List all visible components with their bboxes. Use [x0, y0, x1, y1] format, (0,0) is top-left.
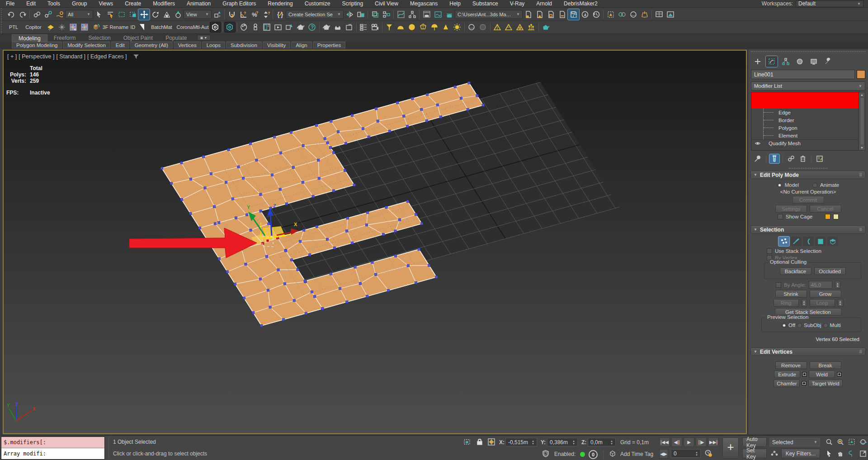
wedge-icon[interactable]: [136, 22, 147, 33]
umbrella-light-icon[interactable]: [429, 22, 440, 33]
coronamtl-label[interactable]: CoronaMtl-Aut: [176, 24, 210, 30]
sphere-dark-icon[interactable]: [477, 22, 489, 33]
ribbon-tab-modeling[interactable]: Modeling: [12, 34, 47, 42]
bind-spacewarp-icon[interactable]: [54, 9, 65, 20]
extrude-button[interactable]: Extrude: [774, 370, 800, 378]
menu-file[interactable]: File: [0, 0, 20, 8]
help-icon[interactable]: ?: [307, 22, 318, 33]
dd-all[interactable]: All▼: [65, 10, 93, 19]
copitor-button[interactable]: Copitor: [22, 23, 45, 32]
id-label[interactable]: ID: [129, 24, 136, 30]
weld-settings-button[interactable]: [836, 371, 842, 377]
key-filters-button[interactable]: Key Filters...: [781, 449, 820, 458]
zero-badge[interactable]: 0: [589, 450, 598, 459]
select-object-icon[interactable]: [93, 9, 104, 20]
ribbon-group-edit[interactable]: Edit: [111, 42, 129, 48]
percent-snap-icon[interactable]: %?: [249, 9, 260, 20]
angle-snap-icon[interactable]: ?: [237, 9, 249, 20]
undo-icon[interactable]: [5, 9, 17, 20]
ribbon-group-vertices[interactable]: Vertices: [174, 42, 201, 48]
lister-icon[interactable]: [358, 22, 369, 33]
menu-edit[interactable]: Edit: [20, 0, 42, 8]
material-editor-icon[interactable]: [239, 22, 250, 33]
auto-key-button[interactable]: Auto Key: [742, 437, 767, 447]
panel-grip[interactable]: [751, 51, 865, 53]
scene-open-icon[interactable]: [534, 9, 545, 20]
playback-play-button[interactable]: ▶: [684, 437, 694, 447]
toolbar-grip[interactable]: [1, 21, 4, 33]
stack-item-edge[interactable]: Edge: [751, 109, 859, 116]
playblast-icon[interactable]: [273, 22, 284, 33]
use-stack-selection-checkbox[interactable]: [767, 248, 772, 254]
backface-button[interactable]: Backface: [780, 267, 811, 275]
listener-script-line[interactable]: Array modifi:: [1, 448, 104, 459]
checker-plane-icon[interactable]: [45, 22, 57, 33]
dome-light-icon[interactable]: [395, 22, 406, 33]
viewport-label-pom[interactable]: [ + ]: [7, 53, 17, 62]
teapot-util-icon[interactable]: [295, 22, 307, 33]
perspective-viewport[interactable]: YZX [ + ][ Perspective ][ Standard ][ Ed…: [3, 50, 747, 434]
menu-graph-editors[interactable]: Graph Editors: [217, 0, 262, 8]
y-coordinate-field[interactable]: 0,386m▲▼: [547, 438, 578, 446]
geodesic-light-icon[interactable]: [418, 22, 429, 33]
texture-dots-icon[interactable]: c: [68, 22, 79, 33]
ribbon-group-modify-selection[interactable]: Modify Selection: [63, 42, 110, 48]
ring-spinner[interactable]: ▲▼: [802, 299, 807, 307]
current-time-field[interactable]: 0▲▼: [671, 449, 701, 458]
ribbon-tab-freeform[interactable]: Freeform: [47, 34, 82, 42]
ribbon-group-subdivision[interactable]: Subdivision: [226, 42, 262, 48]
chamfer-button[interactable]: Chamfer: [774, 379, 800, 387]
viewport-filter-icon[interactable]: [132, 53, 140, 62]
loop-spinner[interactable]: ▲▼: [838, 299, 843, 307]
render-setup-icon[interactable]: [421, 9, 432, 20]
hierarchy-tab[interactable]: [780, 56, 792, 67]
viewport-label-view[interactable]: [ Perspective ]: [19, 53, 54, 62]
model-radio[interactable]: [777, 183, 782, 188]
ribbon-group-properties[interactable]: Properties: [313, 42, 345, 48]
select-link-icon[interactable]: [31, 9, 42, 20]
sphere-gray-icon[interactable]: [466, 22, 477, 33]
playback-start-button[interactable]: |◀◀: [659, 437, 670, 447]
viewport-config-icon[interactable]: [653, 9, 665, 20]
x-coordinate-field[interactable]: -0,515m▲▼: [505, 438, 537, 446]
object-color-swatch[interactable]: [857, 70, 865, 79]
ribbon-tab-populate[interactable]: Populate: [159, 34, 193, 42]
menu-help[interactable]: Help: [443, 0, 467, 8]
modify-tab[interactable]: [766, 56, 778, 67]
panel-divider[interactable]: [789, 168, 827, 169]
configure-modifier-sets-icon[interactable]: [815, 154, 825, 163]
by-angle-checkbox[interactable]: [776, 282, 781, 288]
render-icon[interactable]: [443, 9, 455, 20]
layout-icon[interactable]: [665, 9, 676, 20]
stack-item-quadify-mesh[interactable]: Quadify Mesh: [751, 139, 859, 147]
make-unique-icon[interactable]: [786, 154, 796, 163]
modifier-list-dropdown[interactable]: Modifier List ▼: [751, 81, 865, 90]
pin-stack-icon[interactable]: [753, 154, 763, 163]
align-icon[interactable]: [355, 9, 366, 20]
absolute-mode-icon[interactable]: [486, 437, 496, 446]
scene-3d-mesh[interactable]: YZX: [4, 51, 746, 433]
ribbon-group-geometry-all-[interactable]: Geometry (All): [130, 42, 173, 48]
show-end-result-icon[interactable]: [769, 154, 779, 163]
commit-button[interactable]: Commit: [793, 196, 824, 204]
cancel-button[interactable]: Cancel: [810, 205, 841, 213]
render-box-icon[interactable]: [344, 22, 355, 33]
toolbar-grip[interactable]: [1, 8, 4, 20]
remove-modifier-icon[interactable]: [798, 154, 808, 163]
corona-hex2-icon[interactable]: [224, 22, 236, 33]
zoom-extents-icon[interactable]: [846, 437, 857, 447]
by-angle-spinner[interactable]: ▲▼: [835, 281, 840, 289]
loop-button[interactable]: Loop: [810, 299, 835, 307]
rollout-header-edit-poly-mode[interactable]: ▼ Edit Poly Mode ⠿: [750, 171, 866, 179]
ribbon-tab-selection[interactable]: Selection: [82, 34, 117, 42]
cage-color-swatch-1[interactable]: [825, 214, 830, 219]
autosave-count-icon[interactable]: 4: [579, 9, 590, 20]
camera-icon[interactable]: [369, 22, 381, 33]
schematic-view-icon[interactable]: [406, 9, 418, 20]
rotate-icon[interactable]: [150, 9, 161, 20]
maximize-viewport-icon[interactable]: [858, 449, 868, 459]
grow-button[interactable]: Grow: [810, 290, 841, 298]
chamfer-settings-button[interactable]: [801, 380, 807, 386]
teapot2-icon[interactable]: [321, 22, 332, 33]
menu-animation[interactable]: Animation: [181, 0, 217, 8]
